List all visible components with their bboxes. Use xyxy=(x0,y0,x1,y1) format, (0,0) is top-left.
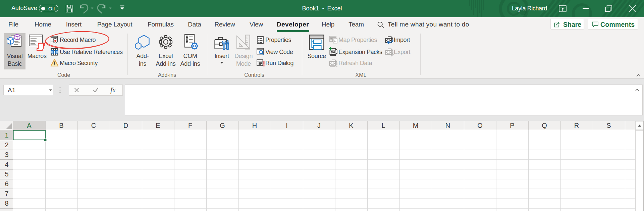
svg-text:H: H xyxy=(252,122,257,129)
svg-text:6: 6 xyxy=(5,180,8,188)
svg-text:P: P xyxy=(510,122,514,129)
svg-text:B: B xyxy=(59,122,63,129)
svg-text:S: S xyxy=(606,122,611,129)
svg-text:N: N xyxy=(445,122,450,129)
svg-text:M: M xyxy=(413,122,419,129)
svg-text:D: D xyxy=(123,122,128,129)
svg-text:E: E xyxy=(156,122,160,129)
svg-text:I: I xyxy=(286,122,288,129)
svg-text:3: 3 xyxy=(5,151,8,158)
svg-text:C: C xyxy=(91,122,96,129)
svg-text:J: J xyxy=(317,122,321,129)
svg-text:G: G xyxy=(220,122,225,129)
svg-text:1: 1 xyxy=(5,131,8,139)
svg-text:2: 2 xyxy=(5,141,8,149)
svg-text:R: R xyxy=(574,122,579,129)
svg-text:5: 5 xyxy=(5,170,8,178)
svg-text:F: F xyxy=(188,122,192,129)
svg-text:A: A xyxy=(27,122,32,129)
svg-text:7: 7 xyxy=(5,190,8,197)
svg-text:O: O xyxy=(477,122,483,129)
svg-text:4: 4 xyxy=(5,161,8,168)
svg-text:K: K xyxy=(349,122,354,129)
svg-text:L: L xyxy=(381,122,385,129)
svg-text:8: 8 xyxy=(5,200,8,207)
svg-text:Q: Q xyxy=(542,122,547,129)
